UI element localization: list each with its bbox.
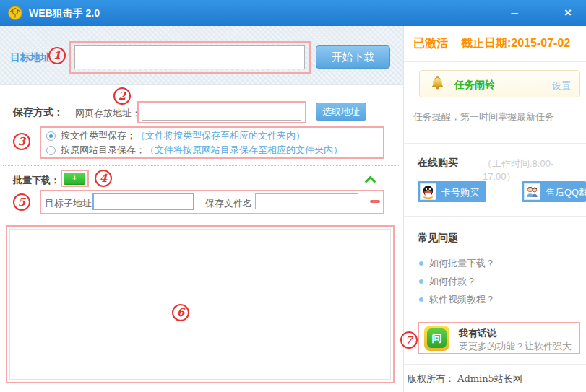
remove-row-button[interactable] <box>370 200 380 203</box>
batch-download-label: 批量下载： <box>13 174 60 187</box>
annotation-circle-2: 2 <box>113 87 131 105</box>
after-sales-qq-label: 售后QQ群 <box>546 186 586 199</box>
card-purchase-button[interactable]: 卡号购买 <box>418 181 486 202</box>
annotation-circle-7: 7 <box>400 331 418 349</box>
annotation-circle-1: 1 <box>48 47 66 64</box>
task-alarm-title: 任务闹铃 <box>454 79 495 92</box>
download-list-inner <box>9 229 391 380</box>
annotation-circle-6: 6 <box>172 304 189 321</box>
sidebar-divider-4 <box>404 364 586 365</box>
faq-item-video-tutorial[interactable]: 软件视频教程？ <box>419 293 495 306</box>
copyright-owner: Admin5站长网 <box>457 373 522 384</box>
bell-icon <box>428 75 447 93</box>
close-button[interactable]: × <box>559 4 577 22</box>
dotted-separator-bottom <box>3 219 399 219</box>
copyright-label: 版权所有： <box>408 373 454 384</box>
radio-by-file-type-label[interactable]: 按文件类型保存； <box>61 129 136 142</box>
expiry-date: 截止日期:2015-07-02 <box>461 37 570 49</box>
collapse-chevron-icon[interactable] <box>365 176 376 188</box>
annotation-circle-5: 5 <box>13 193 30 211</box>
annotation-circle-3: 3 <box>13 133 30 150</box>
app-window: WEB狙击手 2.0 – × 目标地址 1 开始下载 保存方式： 网页存放地址：… <box>0 0 586 392</box>
target-address-input[interactable] <box>74 45 305 69</box>
working-hours-note: （工作时间:8:00-17:00） <box>483 157 586 183</box>
radio-by-file-type-note: （文件将按类型保存至相应的文件夹内） <box>136 129 305 142</box>
bullet-icon <box>419 279 423 284</box>
online-purchase-title: 在线购买 <box>418 157 458 170</box>
radio-by-site-directory-label[interactable]: 按原网站目录保存； <box>61 144 145 157</box>
sub-address-input[interactable] <box>92 193 194 210</box>
task-alarm-box: 任务闹铃 设置 <box>419 70 580 97</box>
faq-item-payment[interactable]: 如何付款？ <box>419 275 476 288</box>
faq-item-label: 如何批量下载？ <box>429 257 495 270</box>
bullet-icon <box>419 261 423 266</box>
faq-item-label: 如何付款？ <box>429 275 476 288</box>
titlebar: WEB狙击手 2.0 – × <box>0 0 586 26</box>
license-status: 已激活截止日期:2015-07-02 <box>413 36 570 51</box>
alarm-settings-link[interactable]: 设置 <box>552 79 571 92</box>
qq-group-icon <box>524 183 540 200</box>
save-path-input[interactable] <box>142 105 301 121</box>
minimize-button[interactable]: – <box>505 4 524 22</box>
activated-badge: 已激活 <box>413 37 448 49</box>
app-logo-icon <box>7 5 23 21</box>
radio-row-by-directory: 按原网站目录保存； （文件将按原网站目录保存至相应的文件夹内） <box>46 144 342 157</box>
feedback-box[interactable]: 问 我有话说 要更多的功能？让软件强大 <box>418 322 580 354</box>
save-filename-input[interactable] <box>255 193 358 209</box>
save-filename-label: 保存文件名： <box>205 197 262 210</box>
radio-by-file-type[interactable] <box>46 131 56 141</box>
bullet-icon <box>419 297 423 302</box>
faq-title: 常见问题 <box>418 232 458 245</box>
qq-penguin-icon <box>420 183 436 200</box>
feedback-title: 我有话说 <box>459 327 496 340</box>
sidebar-divider-1 <box>404 61 586 62</box>
target-address-label: 目标地址 <box>10 51 51 64</box>
radio-row-by-type: 按文件类型保存； （文件将按类型保存至相应的文件夹内） <box>46 129 305 142</box>
after-sales-qq-button[interactable]: 售后QQ群 <box>522 181 586 202</box>
sidebar-divider-3 <box>404 216 586 217</box>
save-path-label: 网页存放地址： <box>75 107 141 120</box>
radio-by-site-directory[interactable] <box>46 146 56 155</box>
faq-item-label: 软件视频教程？ <box>429 293 495 306</box>
add-row-button[interactable]: + <box>64 173 85 185</box>
window-title: WEB狙击手 2.0 <box>29 7 100 20</box>
copyright: 版权所有：Admin5站长网 <box>408 373 522 386</box>
feedback-question-icon: 问 <box>424 326 449 351</box>
dotted-separator-top <box>3 165 399 166</box>
pick-address-button[interactable]: 选取地址 <box>316 103 366 121</box>
radio-by-site-directory-note: （文件将按原网站目录保存至相应的文件夹内） <box>145 144 342 157</box>
annotation-circle-4: 4 <box>95 170 112 187</box>
faq-item-batch-download[interactable]: 如何批量下载？ <box>419 257 495 270</box>
feedback-desc: 要更多的功能？让软件强大 <box>459 340 572 353</box>
start-download-button[interactable]: 开始下载 <box>316 45 390 69</box>
save-method-label: 保存方式： <box>13 106 64 119</box>
task-alarm-desc: 任务提醒，第一时间掌握最新任务 <box>413 110 554 123</box>
download-list-area <box>6 225 395 383</box>
card-purchase-label: 卡号购买 <box>441 186 479 199</box>
sidebar-divider-2 <box>404 143 586 144</box>
